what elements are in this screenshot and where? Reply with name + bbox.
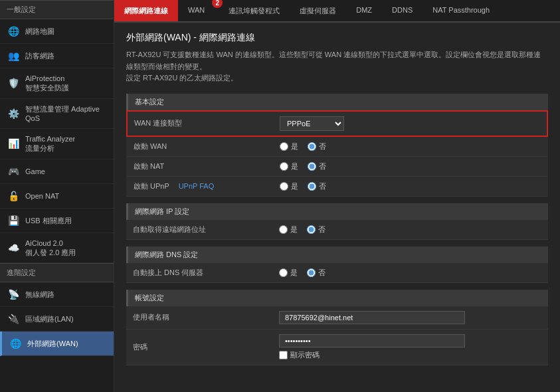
- auto-dns-label: 自動接上 DNS 伺服器: [126, 263, 272, 283]
- account-table: 使用者名稱 密碼 顯示密碼: [126, 306, 548, 365]
- sidebar-item-label: AiProtection 智慧安全防護: [25, 74, 69, 93]
- enable-wan-row: 啟動 WAN 是 否: [127, 136, 547, 157]
- username-input[interactable]: [279, 311, 465, 324]
- sidebar-item-label: 無線網路: [25, 290, 54, 299]
- enable-upnp-yes-radio[interactable]: [280, 182, 288, 191]
- auto-dns-no-label[interactable]: 否: [307, 268, 326, 278]
- sidebar-item-network-map[interactable]: 🌐 網路地圖: [0, 19, 114, 44]
- aiprotection-icon: 🛡️: [7, 76, 20, 90]
- enable-upnp-radio-group: 是 否: [280, 181, 541, 191]
- wan-ip-table: 自動取得遠端網路位址 是 否: [126, 220, 548, 240]
- username-label: 使用者名稱: [126, 306, 272, 330]
- enable-nat-no-label[interactable]: 否: [308, 161, 326, 171]
- enable-nat-radio-group: 是 否: [280, 161, 541, 171]
- sidebar-item-label: USB 相關應用: [25, 216, 72, 225]
- auto-ip-cell: 是 否: [272, 220, 548, 240]
- upnp-faq-link[interactable]: UPnP FAQ: [179, 182, 215, 190]
- enable-nat-no-radio[interactable]: [308, 162, 316, 171]
- auto-ip-yes-label[interactable]: 是: [279, 225, 298, 235]
- auto-ip-row: 自動取得遠端網路位址 是 否: [126, 220, 548, 240]
- general-section-label: 一般設定: [0, 0, 114, 19]
- auto-dns-no-radio[interactable]: [307, 268, 316, 277]
- sidebar-item-usb-app[interactable]: 💾 USB 相關應用: [0, 209, 114, 233]
- wan-type-cell: PPPoE Automatic IP Static IP PPTP L2TP: [273, 111, 547, 136]
- wan-ip-header: 網際網路 IP 設定: [126, 203, 548, 220]
- sidebar-item-traffic-analyzer[interactable]: 📊 Traffic Analyzer 流量分析: [0, 129, 114, 159]
- enable-wan-yes-label[interactable]: 是: [280, 142, 298, 151]
- traffic-analyzer-icon: 📊: [7, 137, 20, 150]
- sidebar-item-label: 外部網路(WAN): [27, 339, 78, 348]
- adaptive-qos-icon: ⚙️: [7, 107, 20, 120]
- sidebar: 一般設定 🌐 網路地圖 👥 訪客網路 🛡️ AiProtection 智慧安全防…: [0, 0, 114, 392]
- enable-upnp-row: 啟動 UPnP UPnP FAQ 是 否: [127, 176, 547, 196]
- auto-dns-yes-radio[interactable]: [279, 268, 288, 277]
- tab-ddns[interactable]: DDNS: [382, 0, 422, 21]
- password-label: 密碼: [126, 329, 272, 365]
- auto-dns-radio-group: 是 否: [279, 268, 541, 278]
- sidebar-item-label: AiCloud 2.0 個人發 2.0 應用: [25, 239, 76, 258]
- network-map-icon: 🌐: [7, 25, 20, 38]
- auto-dns-yes-label[interactable]: 是: [279, 268, 298, 278]
- sidebar-item-wan[interactable]: 🌐 外部網路(WAN): [0, 332, 114, 356]
- usb-icon: 💾: [7, 214, 20, 227]
- page-content: 外部網路(WAN) - 網際網路連線 RT-AX92U 可支援數種連結 WAN …: [114, 23, 560, 392]
- open-nat-icon: 🔓: [7, 189, 20, 203]
- sidebar-item-lan[interactable]: 🔌 區域網路(LAN): [0, 307, 114, 332]
- game-icon: 🎮: [7, 165, 20, 178]
- advanced-section-label: 進階設定: [0, 263, 114, 282]
- auto-dns-cell: 是 否: [272, 263, 548, 283]
- main-content: 網際網路連線 WAN 2 連訊埠觸發程式 虛擬伺服器 DMZ DDNS NAT …: [114, 0, 560, 392]
- wan-type-select[interactable]: PPPoE Automatic IP Static IP PPTP L2TP: [280, 116, 344, 131]
- enable-wan-label: 啟動 WAN: [127, 136, 273, 157]
- enable-upnp-label: 啟動 UPnP UPnP FAQ: [127, 176, 273, 196]
- username-cell: [272, 306, 548, 330]
- enable-nat-label: 啟動 NAT: [127, 156, 273, 176]
- enable-wan-yes-radio[interactable]: [280, 142, 288, 151]
- sidebar-item-aicloud[interactable]: ☁️ AiCloud 2.0 個人發 2.0 應用: [0, 233, 114, 264]
- auto-dns-row: 自動接上 DNS 伺服器 是 否: [126, 263, 548, 283]
- show-password-checkbox[interactable]: [279, 351, 288, 359]
- sidebar-item-label: 區域網路(LAN): [25, 314, 74, 324]
- tab-port-trigger[interactable]: 連訊埠觸發程式: [219, 0, 290, 21]
- guest-network-icon: 👥: [7, 49, 20, 62]
- sidebar-item-label: 訪客網路: [25, 51, 54, 60]
- show-password-text: 顯示密碼: [290, 350, 320, 360]
- auto-ip-no-radio[interactable]: [307, 225, 316, 234]
- show-password-label[interactable]: 顯示密碼: [279, 350, 541, 360]
- enable-nat-row: 啟動 NAT 是 否: [127, 156, 547, 176]
- wireless-icon: 📡: [7, 288, 20, 301]
- wan-dns-table: 自動接上 DNS 伺服器 是 否: [126, 263, 548, 283]
- enable-upnp-no-radio[interactable]: [308, 182, 316, 191]
- basic-settings-header: 基本設定: [126, 94, 548, 110]
- wan-icon: 🌐: [9, 337, 22, 350]
- enable-nat-yes-label[interactable]: 是: [280, 161, 298, 171]
- tab-nat-passthrough[interactable]: NAT Passthrough: [422, 0, 500, 21]
- auto-ip-radio-group: 是 否: [279, 225, 541, 235]
- enable-wan-no-label[interactable]: 否: [308, 142, 326, 151]
- sidebar-item-open-nat[interactable]: 🔓 Open NAT: [0, 184, 114, 209]
- enable-nat-yes-radio[interactable]: [280, 162, 288, 171]
- wan-type-label: WAN 連接類型: [127, 111, 273, 136]
- sidebar-item-label: Game: [25, 167, 45, 176]
- account-header: 帳號設定: [126, 290, 548, 306]
- enable-wan-no-radio[interactable]: [308, 142, 316, 151]
- enable-upnp-no-label[interactable]: 否: [308, 181, 326, 191]
- sidebar-item-aiprotection[interactable]: 🛡️ AiProtection 智慧安全防護: [0, 68, 114, 99]
- password-row: 密碼 顯示密碼: [126, 329, 548, 365]
- account-section: 帳號設定 使用者名稱 密碼 顯示密碼: [126, 290, 548, 365]
- sidebar-item-adaptive-qos[interactable]: ⚙️ 智慧流量管理 Adaptive QoS: [0, 99, 114, 130]
- sidebar-item-guest-network[interactable]: 👥 訪客網路: [0, 44, 114, 68]
- enable-upnp-yes-label[interactable]: 是: [280, 181, 298, 191]
- sidebar-item-game[interactable]: 🎮 Game: [0, 159, 114, 184]
- password-cell: 顯示密碼: [272, 329, 548, 365]
- password-input[interactable]: [279, 334, 465, 347]
- tab-internet-connection[interactable]: 網際網路連線: [114, 0, 178, 21]
- auto-ip-no-label[interactable]: 否: [307, 225, 326, 235]
- page-description: RT-AX92U 可支援數種連結 WAN 的連線類型。這些類型可從 WAN 連線…: [126, 49, 548, 84]
- auto-ip-yes-radio[interactable]: [279, 225, 288, 234]
- sidebar-item-label: 網路地圖: [25, 27, 54, 36]
- sidebar-item-wireless[interactable]: 📡 無線網路: [0, 282, 114, 307]
- tab-virtual-server[interactable]: 虛擬伺服器: [290, 0, 346, 21]
- tab-dmz[interactable]: DMZ: [346, 0, 382, 21]
- wan-dns-header: 網際網路 DNS 設定: [126, 246, 548, 263]
